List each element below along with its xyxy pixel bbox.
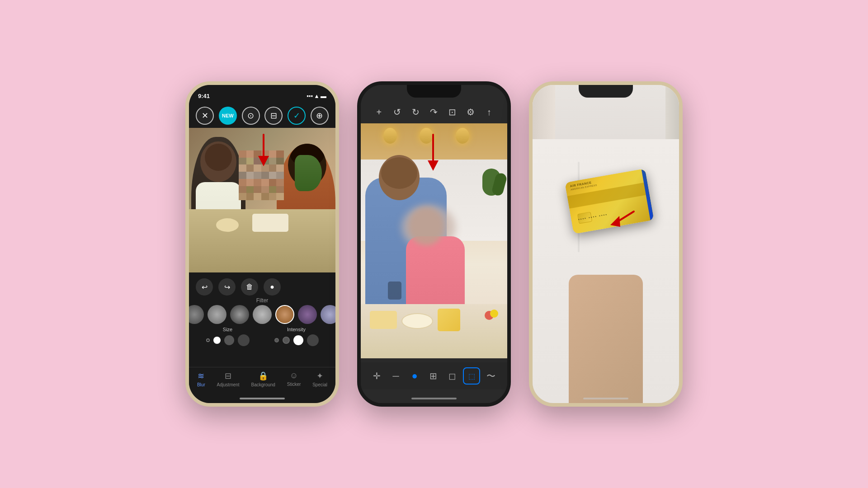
drop-icon: ● [412,370,418,382]
phone2-photo-bg [361,123,507,358]
erase-tool-button[interactable]: ◻ [444,368,461,384]
special-tab-icon: ✦ [316,371,323,381]
more-action-button[interactable]: ● [264,278,281,296]
phone1-home-indicator [240,398,285,399]
tab-background[interactable]: 🔒 Background [251,371,275,387]
intensity-dot-3-active[interactable] [293,335,303,345]
close-button[interactable]: ✕ [196,107,214,125]
table-surface-p2 [361,304,507,358]
undo-action-button[interactable]: ↩ [196,278,213,296]
check-icon: ✓ [293,111,300,121]
phone2-home-indicator [411,398,457,399]
drop-tool-button[interactable]: ● [406,368,423,384]
check-button[interactable]: ✓ [288,107,306,125]
bottom-tabs: ≋ Blur ⊟ Adjustment 🔒 Background ☺ Stick… [189,367,335,389]
filter-item-3[interactable] [230,305,249,324]
filter-item-4[interactable] [253,305,272,324]
filter-item-6[interactable] [298,305,317,324]
gear-icon: ⚙ [467,107,475,117]
more-icon: ● [270,283,274,291]
pendant-light-1 [383,128,397,144]
redo-action-button[interactable]: ↪ [218,278,236,296]
phone2-notch [407,85,461,98]
phone-frame-2: + ↺ ↻ ↷ ⊡ ⚙ ↑ [357,81,511,407]
phone1-photo-area [189,128,335,272]
line-tool-button[interactable]: ─ [388,368,404,384]
phone1-notch [235,85,289,98]
size-dot-2-active[interactable] [213,337,221,344]
intensity-dot-2[interactable] [283,337,290,344]
curve-tool-button[interactable]: 〜 [483,368,499,384]
curve-icon: 〜 [486,370,495,382]
intensity-dot-4[interactable] [307,334,319,346]
camera-icon: ⊙ [247,111,254,121]
select-icon: ⬚ [468,372,475,380]
sticker-tab-label: Sticker [287,382,301,387]
background-tab-icon: 🔒 [258,371,268,381]
filter-item-2[interactable] [208,305,226,324]
size-intensity-container: Size Intensity [189,327,335,346]
tattoo-arm [388,282,401,300]
move-icon: ✛ [373,371,381,381]
sticker-tab-icon: ☺ [290,371,298,380]
pattern-tool-button[interactable]: ⊞ [425,368,442,384]
food-item [438,309,460,331]
redo-icon: ↻ [412,107,420,117]
line-icon: ─ [392,371,399,381]
gallery-icon: ⊟ [270,111,277,121]
size-section: Size [206,327,250,346]
phone3-home-indicator [583,398,628,399]
special-tab-label: Special [312,382,327,387]
share-icon: ↑ [487,107,491,117]
plus-button[interactable]: + [371,104,387,120]
filter-item-5-active[interactable] [275,305,294,324]
intensity-section: Intensity [274,327,319,346]
hand-skin [569,275,643,403]
filter-item-1[interactable] [189,305,204,324]
intensity-dot-1[interactable] [274,338,279,343]
new-label: NEW [222,113,234,118]
redo-button[interactable]: ↻ [407,104,424,120]
share-button[interactable]: ↑ [481,104,497,120]
trash-icon: 🗑 [246,283,253,291]
undo-icon: ↺ [393,107,401,117]
phone3-photo-bg: AIR FRANCE AMERICAN EXPRESS •••• •••• ••… [533,85,679,403]
tab-adjustment[interactable]: ⊟ Adjustment [217,371,240,387]
red-arrow-phone2 [424,132,442,175]
gallery-button[interactable]: ⊟ [264,107,283,125]
redo2-button[interactable]: ↷ [426,104,442,120]
table-surface [189,209,335,272]
filter-item-7[interactable] [321,305,335,324]
red-arrow-phone3 [607,207,638,231]
select-tool-button-active[interactable]: ⬚ [463,367,480,385]
phone3-notch [579,85,633,98]
filter-row [189,303,335,326]
camera-button[interactable]: ⊙ [242,107,260,125]
phone-frame-3: AIR FRANCE AMERICAN EXPRESS •••• •••• ••… [529,81,683,407]
cart-button[interactable]: ⊕ [311,107,329,125]
size-dot-4[interactable] [238,334,250,346]
size-dot-3[interactable] [224,335,234,345]
tab-special[interactable]: ✦ Special [312,371,327,387]
phone1-time: 9:41 [198,93,210,99]
redo-icon: ↪ [224,283,230,291]
delete-action-button[interactable]: 🗑 [241,278,258,296]
new-button[interactable]: NEW [219,107,237,125]
crop-button[interactable]: ⊡ [444,104,461,120]
person-left-head [200,141,236,182]
settings-button[interactable]: ⚙ [462,104,479,120]
crop-icon: ⊡ [448,107,456,117]
phone2-bottom-toolbar: ✛ ─ ● ⊞ ◻ ⬚ 〜 [361,362,507,389]
tab-blur[interactable]: ≋ Blur [197,371,205,387]
fruit-2 [490,310,498,318]
size-dot-1[interactable] [206,338,210,342]
phone1-content: 9:41 ▪▪▪ ▴ ▬ ✕ NEW ⊙ ⊟ ✓ [189,85,335,403]
child-head-blurred [408,207,444,245]
undo-button[interactable]: ↺ [389,104,406,120]
tab-sticker[interactable]: ☺ Sticker [287,371,301,387]
svg-marker-3 [428,160,439,171]
size-label: Size [223,327,232,332]
pendant-light-3 [456,128,469,144]
move-tool-button[interactable]: ✛ [369,368,385,384]
blur-tab-label: Blur [197,382,205,387]
